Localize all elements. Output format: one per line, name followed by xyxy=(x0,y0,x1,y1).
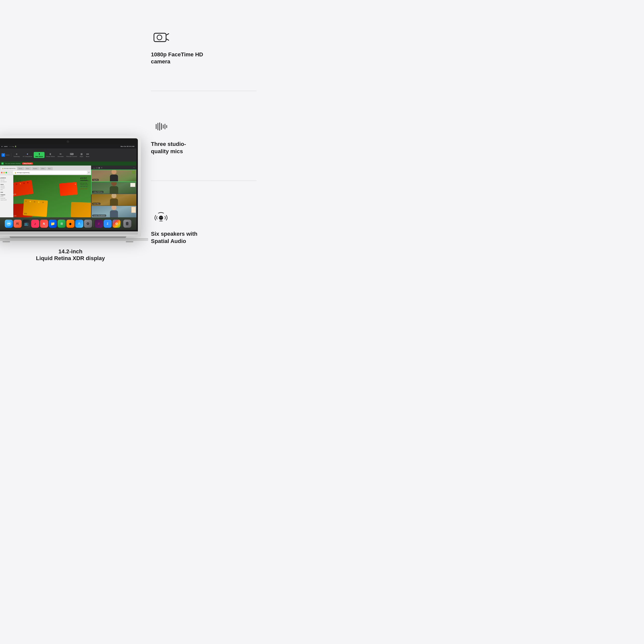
jordan-body xyxy=(110,186,118,194)
back-button[interactable]: ← xyxy=(8,172,10,173)
dock-appstore[interactable]: A xyxy=(75,220,83,228)
more-button[interactable]: ••• More xyxy=(85,152,91,158)
reload-button[interactable]: ↺ xyxy=(88,172,90,174)
dock-separator xyxy=(93,220,94,227)
safari-tab-5[interactable]: 12hrs... xyxy=(40,167,47,170)
synth-red-accent: ◀ xyxy=(59,182,78,196)
safari-tab-4[interactable]: Anothe... xyxy=(32,167,39,170)
dock-keynote[interactable]: ◆ xyxy=(66,220,74,228)
dock-chrome[interactable]: ⊙ xyxy=(112,220,120,228)
camera-icon-area xyxy=(151,27,171,47)
dock-trash[interactable]: 🗑 xyxy=(123,220,131,228)
apps-button[interactable]: ⊞ Apps xyxy=(78,152,85,158)
microphone-icon xyxy=(152,118,170,135)
left-caption: 14.2-inch Liquid Retina XDR display xyxy=(36,248,105,262)
minimize-grid-button[interactable]: — xyxy=(93,167,95,169)
grid-view-button[interactable]: ⊞ xyxy=(98,167,100,169)
website-hero: pocketmodula... get your han...science, … xyxy=(13,175,91,217)
camera-notch xyxy=(67,140,69,143)
zoom-label: zoom xyxy=(6,154,10,156)
macbook-device: ● zoom ─── ♦ ☁ 🔋 Mon Oct 30 9:41 AM xyxy=(0,135,141,242)
more-label: More xyxy=(86,156,90,157)
website-nav-products[interactable]: products xyxy=(1,177,12,179)
david-name-badge: David Beau xyxy=(92,203,100,205)
remote-control-button[interactable]: ⌨ Remote Control xyxy=(65,152,78,158)
expand-grid-button[interactable]: □ xyxy=(96,167,97,169)
carmen-silhouette xyxy=(110,206,118,217)
angi-body xyxy=(110,175,118,182)
macos-ui: ● zoom ─── ♦ ☁ 🔋 Mon Oct 30 9:41 AM xyxy=(0,144,136,230)
carmen-name-badge: Carmen Sharafeldeen xyxy=(92,215,106,217)
mic-text-line1: Three studio- xyxy=(151,141,186,147)
safari-tab-1[interactable]: 🔒 teenage.engineering xyxy=(1,167,17,170)
website-nav-now[interactable]: now xyxy=(1,191,12,193)
zoom-toolbar-items: ≡ Summary ✦ AI Companion ⬆ xyxy=(12,152,134,158)
right-side: 1080p FaceTime HD camera Thr xyxy=(141,0,272,272)
macbook-hinge xyxy=(10,236,126,238)
summary-button[interactable]: ≡ Summary xyxy=(12,152,21,158)
speaker-text-line1: Six speakers with xyxy=(151,231,197,237)
dock-music[interactable]: ♪ xyxy=(31,220,39,228)
safari-tab-3[interactable]: Kobu... xyxy=(25,167,31,170)
remote-label: Remote Control xyxy=(66,156,77,157)
feature-speaker: Six speakers with Spatial Audio xyxy=(151,206,257,245)
new-share-button[interactable]: ⬆ New Share xyxy=(34,152,45,158)
left-side: ● zoom ─── ♦ ☁ 🔋 Mon Oct 30 9:41 AM xyxy=(0,0,141,272)
dock-news[interactable]: N xyxy=(40,220,48,228)
whiteboard xyxy=(130,183,135,187)
svg-point-16 xyxy=(162,217,162,218)
website-nav-sidebar: products view cart cart checkout store w… xyxy=(0,175,13,217)
safari-tab-6[interactable]: Byn... xyxy=(47,167,53,170)
pause-share-button[interactable]: ⏸ Pause Share xyxy=(45,152,56,158)
more-icon: ••• xyxy=(86,153,89,155)
dock-zoom[interactable]: Z xyxy=(104,220,112,228)
dock-finder[interactable] xyxy=(5,220,13,228)
question-button[interactable]: ? xyxy=(101,167,102,169)
close-button[interactable] xyxy=(1,172,3,173)
main-content-area: 🔒 teenage.engineering Home _ Kobu... Ano… xyxy=(0,166,136,217)
maximize-button[interactable] xyxy=(6,172,7,173)
dock-tv[interactable]: 📺 xyxy=(22,220,30,228)
mic-text-line2: quality mics xyxy=(151,148,183,154)
speaker-text-line2: Spatial Audio xyxy=(151,238,186,244)
number-overlay: 0.6 xyxy=(16,179,21,183)
dock-numbers[interactable]: ⊞ xyxy=(58,220,66,228)
participant-angi: 🌿 Angi Wu xyxy=(92,170,136,182)
stop-share-button[interactable]: Stop Share xyxy=(22,163,33,165)
website-nav-sub6: guides xyxy=(1,195,12,197)
macbook-bezel: ● zoom ─── ♦ ☁ 🔋 Mon Oct 30 9:41 AM xyxy=(0,138,138,231)
new-share-label: New Share xyxy=(35,156,43,157)
annotate-icon: ✏ xyxy=(60,153,62,155)
url-text: teenage.engineering xyxy=(17,172,29,173)
speaker-icon-area xyxy=(151,206,171,226)
dock-slack[interactable]: # xyxy=(95,220,103,228)
annotate-button[interactable]: ✏ Annotate xyxy=(56,152,65,158)
divider-1 xyxy=(151,91,257,91)
forward-button[interactable]: → xyxy=(11,172,12,173)
hero-subtitle: get your han...science, art a...new and … xyxy=(80,182,89,187)
safari-tab-2[interactable]: Home _ xyxy=(17,167,24,170)
camera-feature-text: 1080p FaceTime HD camera xyxy=(151,51,203,65)
dock-files[interactable]: 📁 xyxy=(49,220,57,228)
poster xyxy=(131,207,136,213)
ai-companion-button[interactable]: ✦ AI Companion xyxy=(21,152,33,158)
spatial-audio-icon xyxy=(152,208,170,225)
status-bar-time: Mon Oct 30 9:41 AM xyxy=(120,146,134,147)
lock-icon: 🔒 xyxy=(15,172,16,173)
camera-text-line2: camera xyxy=(151,58,170,65)
svg-point-14 xyxy=(159,216,163,220)
grid-dots-button[interactable]: ⋯ xyxy=(133,167,135,169)
url-input[interactable]: 🔒 teenage.engineering xyxy=(13,171,87,174)
synth-yellow: 400 xyxy=(23,199,48,217)
macbook-feet xyxy=(0,241,141,242)
website-nav-sub7: downloads xyxy=(1,197,12,199)
participant-jordan: Jordan McShane xyxy=(92,182,136,194)
dock-ai[interactable]: AI xyxy=(14,220,22,228)
dock-separator2 xyxy=(122,220,122,227)
hero-cta[interactable]: view in store xyxy=(80,188,89,189)
apps-label: Apps xyxy=(80,156,83,157)
minimize-button[interactable] xyxy=(3,172,5,173)
website-nav-sub3: wardrobe xyxy=(1,185,12,187)
david-body xyxy=(110,198,118,206)
dock-settings[interactable]: ⚙ xyxy=(84,220,92,228)
